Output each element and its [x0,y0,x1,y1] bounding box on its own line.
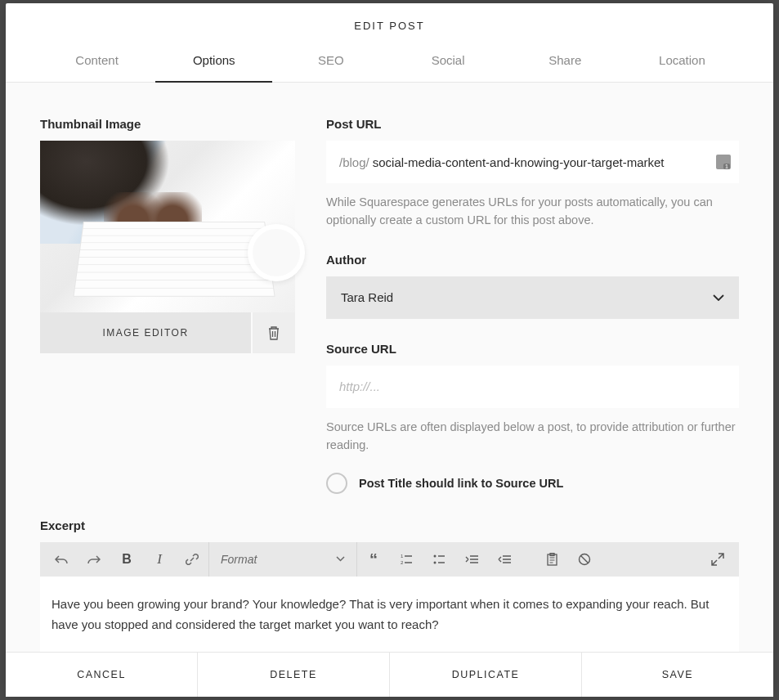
modal-body: Thumbnail Image IMAGE EDITOR Post URL [6,83,773,652]
modal-footer: CANCEL DELETE DUPLICATE SAVE [6,652,773,697]
tab-location[interactable]: Location [624,42,741,82]
bullet-list-icon [433,554,445,565]
svg-text:1: 1 [401,554,404,559]
clipboard-icon [547,553,557,566]
post-url-prefix: /blog/ [339,155,369,169]
bold-icon: B [122,552,132,567]
quote-button[interactable]: “ [357,542,390,577]
clear-format-icon [578,553,591,566]
numbered-list-icon: 12 [401,554,412,565]
duplicate-button[interactable]: DUPLICATE [390,653,582,697]
author-select[interactable]: Tara Reid [326,276,739,319]
tab-social[interactable]: Social [390,42,507,82]
tab-content[interactable]: Content [38,42,155,82]
chevron-down-icon [713,294,724,301]
excerpt-toolbar: B I Format “ 12 [40,542,739,577]
undo-button[interactable] [45,542,78,577]
cancel-button[interactable]: CANCEL [6,653,198,697]
modal-title: EDIT POST [6,3,773,42]
trash-icon [267,325,280,341]
excerpt-textarea[interactable]: Have you been growing your brand? Your k… [40,577,739,652]
delete-image-button[interactable] [251,312,295,353]
radio-icon [326,473,347,494]
post-url-field[interactable]: /blog/ [326,141,739,183]
link-title-toggle-label: Post Title should link to Source URL [359,477,563,490]
excerpt-label: Excerpt [40,518,739,532]
clipboard-button[interactable] [535,542,568,577]
post-url-help: While Squarespace generates URLs for you… [326,193,739,230]
expand-icon [711,553,724,566]
source-url-input[interactable] [326,366,739,408]
tab-share[interactable]: Share [507,42,624,82]
indent-icon [498,554,511,564]
redo-icon [87,554,101,564]
outdent-icon [465,554,478,564]
italic-icon: I [157,551,162,568]
tab-options[interactable]: Options [155,42,272,82]
indent-button[interactable] [488,542,521,577]
undo-icon [55,554,68,564]
edit-post-modal: EDIT POST Content Options SEO Social Sha… [6,3,773,697]
image-editor-button[interactable]: IMAGE EDITOR [40,312,251,353]
author-label: Author [326,253,739,267]
link-title-toggle[interactable]: Post Title should link to Source URL [326,473,739,494]
source-url-label: Source URL [326,342,739,356]
redo-button[interactable] [78,542,110,577]
post-url-label: Post URL [326,117,739,131]
format-select[interactable]: Format [208,542,357,577]
link-icon [186,553,199,566]
bold-button[interactable]: B [110,542,143,577]
password-manager-icon[interactable] [716,155,731,169]
expand-button[interactable] [701,542,734,577]
post-url-input[interactable] [373,155,716,169]
format-label: Format [221,553,257,566]
link-button[interactable] [176,542,208,577]
bullet-list-button[interactable] [423,542,455,577]
source-url-help: Source URLs are often displayed below a … [326,418,739,455]
chevron-down-icon [336,556,345,562]
thumbnail-image[interactable] [40,141,295,312]
italic-button[interactable]: I [143,542,176,577]
author-selected: Tara Reid [341,290,393,304]
clear-format-button[interactable] [568,542,601,577]
svg-point-3 [434,561,437,563]
delete-button[interactable]: DELETE [198,653,390,697]
tabs: Content Options SEO Social Share Locatio… [6,42,773,83]
outdent-button[interactable] [455,542,488,577]
tab-seo[interactable]: SEO [272,42,389,82]
numbered-list-button[interactable]: 12 [390,542,423,577]
save-button[interactable]: SAVE [582,653,773,697]
svg-point-2 [434,554,437,557]
svg-text:2: 2 [401,560,404,565]
quote-icon: “ [369,555,378,563]
thumbnail-label: Thumbnail Image [40,117,295,131]
